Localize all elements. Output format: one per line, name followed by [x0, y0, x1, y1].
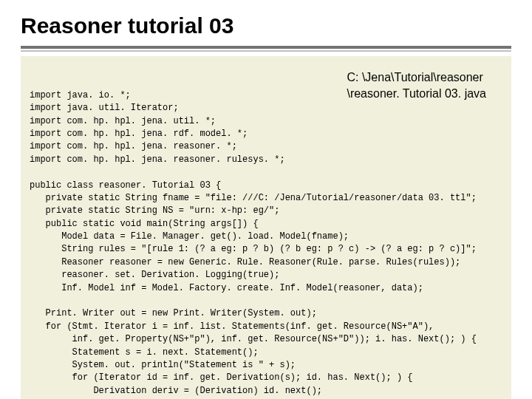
code-body: Print. Writer out = new Print. Writer(Sy…: [30, 308, 477, 399]
title-underline-thick: [21, 46, 511, 49]
code-class-decl: public class reasoner. Tutorial 03 { pri…: [30, 180, 477, 293]
code-block: C: \Jena\Tutorial\reasoner \reasoner. Tu…: [21, 56, 511, 399]
code-imports: import java. io. *; import java. util. I…: [30, 90, 285, 165]
file-path-line2: \reasoner. Tutorial 03. java: [347, 86, 486, 102]
file-path-line1: C: \Jena\Tutorial\reasoner: [347, 69, 486, 86]
title-underline-thin: [21, 50, 511, 52]
slide-container: Reasoner tutorial 03 C: \Jena\Tutorial\r…: [0, 0, 532, 399]
slide-title: Reasoner tutorial 03: [21, 13, 511, 38]
file-path-label: C: \Jena\Tutorial\reasoner \reasoner. Tu…: [347, 69, 486, 101]
